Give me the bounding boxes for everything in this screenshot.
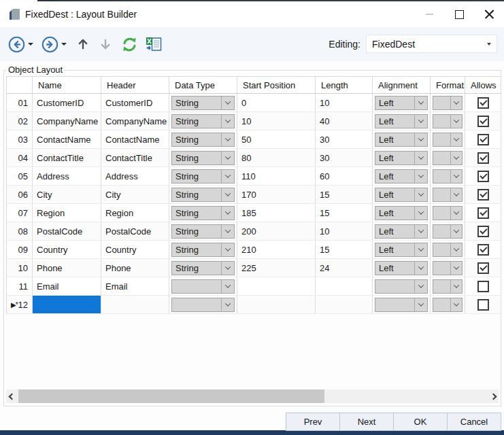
dropdown-button[interactable]: [221, 97, 234, 109]
length-cell[interactable]: 15: [316, 186, 373, 203]
minimize-button[interactable]: [414, 4, 444, 24]
dropdown-button[interactable]: [221, 225, 234, 238]
header-cell[interactable]: [101, 296, 169, 313]
name-cell[interactable]: CompanyName: [33, 112, 101, 130]
row-number-cell[interactable]: 11: [7, 277, 33, 295]
start-position-cell[interactable]: 210: [237, 241, 316, 258]
name-cell[interactable]: City: [33, 186, 101, 203]
start-position-cell[interactable]: 0: [237, 94, 316, 111]
allows-checkbox[interactable]: [477, 262, 489, 274]
dropdown-button[interactable]: [221, 207, 234, 220]
header-cell[interactable]: City: [101, 186, 169, 203]
dropdown-button[interactable]: [450, 188, 462, 201]
data-type-dropdown[interactable]: String: [171, 114, 235, 128]
dropdown-button[interactable]: [450, 115, 462, 128]
name-cell[interactable]: Country: [33, 241, 101, 258]
dropdown-button[interactable]: [450, 280, 462, 293]
grid-row[interactable]: 06 City City String 170 15 Left: [7, 186, 501, 204]
allows-checkbox[interactable]: [477, 281, 489, 292]
format-dropdown[interactable]: [433, 298, 463, 312]
dropdown-button[interactable]: [414, 188, 427, 201]
cancel-button[interactable]: Cancel: [447, 413, 501, 431]
dropdown-button[interactable]: [414, 243, 427, 256]
start-position-cell[interactable]: [237, 277, 316, 295]
alignment-dropdown[interactable]: Left: [375, 133, 428, 147]
data-type-dropdown[interactable]: String: [171, 243, 235, 257]
col-header-alignment[interactable]: Alignment: [373, 77, 431, 93]
dropdown-button[interactable]: [221, 243, 234, 256]
start-position-cell[interactable]: 110: [237, 167, 316, 185]
horizontal-scrollbar[interactable]: [6, 389, 499, 403]
maximize-button[interactable]: [444, 4, 474, 24]
length-cell[interactable]: 60: [316, 167, 373, 185]
dropdown-button[interactable]: [414, 280, 427, 293]
dropdown-button[interactable]: [450, 133, 462, 146]
dropdown-button[interactable]: [450, 243, 462, 256]
back-button[interactable]: [8, 36, 25, 53]
move-down-button[interactable]: [99, 36, 112, 52]
format-dropdown[interactable]: [433, 114, 463, 128]
row-number-cell[interactable]: 08: [7, 222, 33, 240]
dropdown-button[interactable]: [450, 298, 462, 311]
dropdown-button[interactable]: [221, 298, 234, 311]
name-cell[interactable]: ContactName: [33, 130, 101, 148]
dropdown-button[interactable]: [414, 170, 427, 183]
name-cell[interactable]: CustomerID: [33, 94, 101, 111]
format-dropdown[interactable]: [433, 151, 463, 165]
header-cell[interactable]: CustomerID: [101, 94, 169, 111]
next-button[interactable]: Next: [339, 413, 394, 431]
grid-row[interactable]: 07 Region Region String 185 15 Left: [7, 204, 501, 222]
ok-button[interactable]: OK: [393, 413, 448, 431]
dropdown-button[interactable]: [414, 152, 427, 164]
dropdown-button[interactable]: [414, 207, 427, 220]
grid-row[interactable]: 08 PostalCode PostalCode String 200 10 L…: [7, 222, 501, 241]
allows-checkbox[interactable]: [477, 152, 489, 164]
alignment-dropdown[interactable]: Left: [375, 188, 428, 202]
format-dropdown[interactable]: [433, 169, 463, 184]
prev-button[interactable]: Prev: [286, 413, 340, 431]
length-cell[interactable]: 15: [316, 204, 373, 222]
grid-row[interactable]: 11 Email Email: [7, 277, 501, 296]
dropdown-button[interactable]: [450, 207, 462, 220]
allows-checkbox[interactable]: [477, 207, 489, 219]
start-position-cell[interactable]: 170: [237, 186, 316, 203]
length-cell[interactable]: [316, 277, 373, 295]
start-position-cell[interactable]: 80: [237, 149, 316, 167]
allows-checkbox[interactable]: [477, 226, 489, 237]
header-cell[interactable]: ContactName: [101, 130, 169, 148]
allows-checkbox[interactable]: [477, 189, 489, 201]
data-type-dropdown[interactable]: [171, 298, 235, 312]
alignment-dropdown[interactable]: Left: [375, 224, 428, 239]
dropdown-button[interactable]: [450, 225, 462, 238]
data-type-dropdown[interactable]: String: [171, 188, 235, 202]
format-dropdown[interactable]: [433, 206, 463, 220]
row-number-cell[interactable]: ▶*12: [7, 296, 33, 313]
alignment-dropdown[interactable]: [375, 298, 428, 312]
length-cell[interactable]: 40: [316, 112, 373, 130]
grid-row[interactable]: 03 ContactName ContactName String 50 30 …: [7, 130, 501, 149]
alignment-dropdown[interactable]: Left: [375, 169, 428, 184]
data-type-dropdown[interactable]: String: [171, 224, 235, 239]
editing-combobox[interactable]: FixedDest: [366, 35, 497, 53]
allows-checkbox[interactable]: [477, 97, 489, 109]
alignment-dropdown[interactable]: Left: [375, 151, 428, 165]
row-number-cell[interactable]: 09: [7, 241, 33, 258]
row-number-cell[interactable]: 01: [7, 94, 33, 111]
length-cell[interactable]: [316, 296, 373, 313]
back-dropdown-button[interactable]: [25, 43, 33, 46]
data-type-dropdown[interactable]: String: [171, 206, 235, 220]
col-header-length[interactable]: Length: [316, 77, 373, 93]
alignment-dropdown[interactable]: [375, 279, 428, 294]
grid-row[interactable]: ▶*12: [7, 296, 501, 314]
dropdown-button[interactable]: [221, 262, 234, 275]
start-position-cell[interactable]: 200: [237, 222, 316, 240]
name-cell[interactable]: Phone: [33, 259, 101, 277]
alignment-dropdown[interactable]: Left: [375, 114, 428, 128]
header-cell[interactable]: Country: [101, 241, 169, 258]
start-position-cell[interactable]: 225: [237, 259, 316, 277]
dropdown-button[interactable]: [450, 97, 462, 109]
forward-dropdown-button[interactable]: [58, 43, 67, 46]
name-cell[interactable]: [33, 296, 101, 313]
scroll-right-button[interactable]: [488, 389, 499, 403]
format-dropdown[interactable]: [433, 261, 463, 275]
